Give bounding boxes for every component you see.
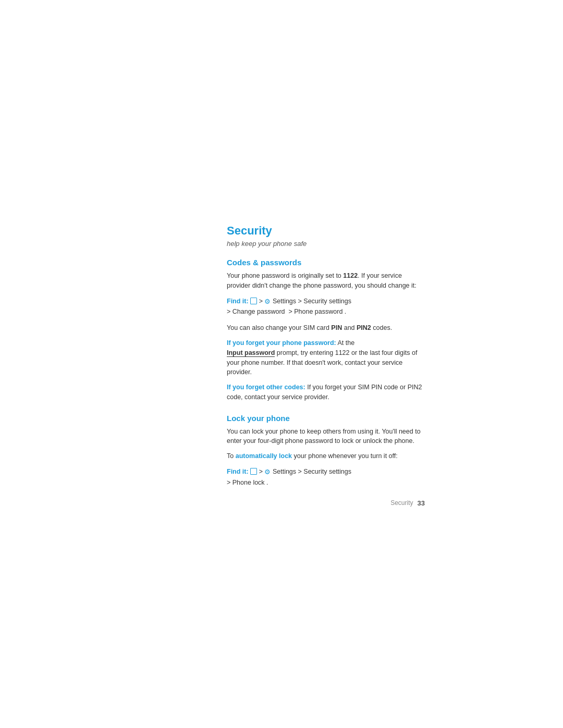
menu-box-icon-2 bbox=[250, 468, 257, 475]
input-password-label: Input password bbox=[227, 349, 275, 357]
find-it-label-2: Find it: bbox=[227, 468, 249, 475]
page-subtitle: help keep your phone safe bbox=[227, 240, 425, 248]
codes-intro: Your phone password is originally set to… bbox=[227, 271, 425, 291]
forget-password-block: If you forget your phone password: At th… bbox=[227, 338, 425, 377]
password-value: 1122 bbox=[343, 272, 358, 279]
forget-password-text-1: At the bbox=[338, 339, 355, 347]
section-title-codes: Codes & passwords bbox=[227, 258, 425, 267]
section-lock-phone: Lock your phone You can lock your phone … bbox=[227, 414, 425, 488]
arrow-1: > bbox=[259, 298, 265, 305]
pin-label: PIN bbox=[331, 324, 342, 331]
menu-icon-1 bbox=[250, 298, 259, 305]
page-title: Security bbox=[227, 224, 425, 238]
pin2-label: PIN2 bbox=[357, 324, 371, 331]
arrow-2: > bbox=[259, 468, 265, 475]
forget-codes-block: If you forget other codes: If you forget… bbox=[227, 382, 425, 402]
forget-password-label: If you forget your phone password: bbox=[227, 339, 336, 347]
find-it-block-2: Find it: > ⚙ Settings > Security setting… bbox=[227, 466, 425, 488]
footer-section-label: Security bbox=[390, 499, 413, 507]
section-title-lock: Lock your phone bbox=[227, 414, 425, 423]
gear-icon-2: ⚙ bbox=[264, 467, 271, 478]
page-container: Security help keep your phone safe Codes… bbox=[0, 0, 563, 728]
auto-lock-text: To automatically lock your phone wheneve… bbox=[227, 451, 425, 461]
forget-codes-label: If you forget other codes: bbox=[227, 384, 305, 391]
auto-lock-label: automatically lock bbox=[236, 452, 292, 460]
menu-box-icon-1 bbox=[250, 298, 257, 304]
sim-pin-text: You can also change your SIM card PIN an… bbox=[227, 323, 425, 333]
gear-icon-1: ⚙ bbox=[264, 297, 271, 307]
content-area: Security help keep your phone safe Codes… bbox=[227, 224, 425, 507]
section-codes-passwords: Codes & passwords Your phone password is… bbox=[227, 258, 425, 402]
find-it-block-1: Find it: > ⚙ Settings > Security setting… bbox=[227, 296, 425, 317]
lock-intro: You can lock your phone to keep others f… bbox=[227, 427, 425, 447]
footer: Security 33 bbox=[227, 499, 425, 507]
find-it-label-1: Find it: bbox=[227, 298, 249, 305]
menu-icon-2 bbox=[250, 468, 259, 475]
footer-page-number: 33 bbox=[418, 499, 425, 507]
